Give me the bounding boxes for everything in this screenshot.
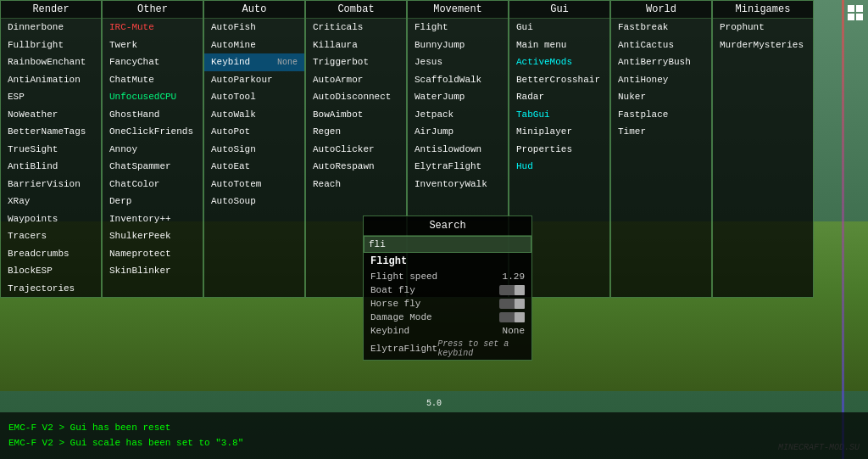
menu-item-jetpack[interactable]: Jetpack [408, 106, 508, 124]
menu-item-ghosthand[interactable]: GhostHand [103, 106, 203, 124]
setting-boat-fly-label: Boat fly [370, 285, 415, 295]
menu-item-noweather[interactable]: NoWeather [1, 106, 101, 124]
menu-item-radar[interactable]: Radar [509, 88, 609, 106]
menu-item-chatcolor[interactable]: ChatColor [103, 176, 203, 193]
menu-item-dinnerbone[interactable]: Dinnerbone [1, 19, 101, 36]
grid-icon[interactable] [847, 4, 864, 21]
menu-item-truesight[interactable]: TrueSight [1, 141, 101, 159]
setting-keybind-value: None [503, 326, 525, 336]
menu-column-minigames: MinigamesProphuntMurderMysteries [712, 0, 814, 298]
menu-item-prophunt[interactable]: Prophunt [713, 19, 813, 36]
setting-damage-mode-toggle[interactable] [499, 312, 525, 322]
menu-item-reach[interactable]: Reach [306, 176, 406, 193]
menu-item-hud[interactable]: Hud [509, 158, 609, 176]
menu-item-blockesp[interactable]: BlockESP [1, 262, 101, 280]
menu-item-properties[interactable]: Properties [509, 141, 609, 159]
setting-boat-fly-toggle[interactable] [499, 285, 525, 295]
menu-item-autoparkour[interactable]: AutoParkour [204, 71, 304, 89]
menu-item-barriervision[interactable]: BarrierVision [1, 176, 101, 193]
menu-item-tracers[interactable]: Tracers [1, 227, 101, 245]
menu-item-scaffoldwalk[interactable]: ScaffoldWalk [408, 71, 508, 89]
menu-item-autopot[interactable]: AutoPot [204, 123, 304, 141]
menu-item-fastbreak[interactable]: Fastbreak [611, 19, 711, 36]
setting-elytra-label: ElytraFlight [370, 344, 437, 354]
menu-item-waypoints[interactable]: Waypoints [1, 210, 101, 228]
setting-damage-mode: Damage Mode [364, 311, 531, 324]
menu-item-anticactus[interactable]: AntiCactus [611, 36, 711, 54]
menu-item-trajectories[interactable]: Trajectories [1, 280, 101, 298]
menu-item-inventorywalk[interactable]: InventoryWalk [408, 176, 508, 193]
menu-item-autotool[interactable]: AutoTool [204, 88, 304, 106]
menu-item-antianimation[interactable]: AntiAnimation [1, 71, 101, 89]
menu-item-waterjump[interactable]: WaterJump [408, 88, 508, 106]
menu-item-bowaimbot[interactable]: BowAimbot [306, 106, 406, 124]
menu-item-autodisconnect[interactable]: AutoDisconnect [306, 88, 406, 106]
menu-item-killaura[interactable]: Killaura [306, 36, 406, 54]
menu-column-world: WorldFastbreakAntiCactusAntiBerryBushAnt… [610, 0, 712, 298]
menu-item-activemods[interactable]: ActiveMods [509, 53, 609, 71]
menu-item-autoarmor[interactable]: AutoArmor [306, 71, 406, 89]
menu-item-esp[interactable]: ESP [1, 88, 101, 106]
menu-item-autoeat[interactable]: AutoEat [204, 158, 304, 176]
menu-item-annoy[interactable]: Annoy [103, 141, 203, 159]
menu-item-bunnyjump[interactable]: BunnyJump [408, 36, 508, 54]
menu-item-airjump[interactable]: AirJump [408, 123, 508, 141]
menu-item-murdermysteries[interactable]: MurderMysteries [713, 36, 813, 54]
menu-item-chatspammer[interactable]: ChatSpammer [103, 158, 203, 176]
menu-item-tabgui[interactable]: TabGui [509, 106, 609, 124]
menu-item-autosoup[interactable]: AutoSoup [204, 193, 304, 210]
menu-item-automine[interactable]: AutoMine [204, 36, 304, 54]
menu-item-bettercrosshair[interactable]: BetterCrosshair [509, 71, 609, 89]
menu-item-main-menu[interactable]: Main menu [509, 36, 609, 54]
menu-item-antiblind[interactable]: AntiBlind [1, 158, 101, 176]
menu-item-irc-mute[interactable]: IRC-Mute [103, 19, 203, 36]
menu-item-keybind[interactable]: KeybindNone [204, 53, 304, 71]
menu-item-autototem[interactable]: AutoTotem [204, 176, 304, 193]
menu-item-elytraflight[interactable]: ElytraFlight [408, 158, 508, 176]
setting-damage-mode-label: Damage Mode [370, 312, 432, 322]
menu-header-combat: Combat [306, 1, 406, 19]
menu-item-antislowdown[interactable]: Antislowdown [408, 141, 508, 159]
menu-header-other: Other [103, 1, 203, 19]
menu-header-minigames: Minigames [713, 1, 813, 19]
menu-item-rainbowenchant[interactable]: RainbowEnchant [1, 53, 101, 71]
menu-item-antihoney[interactable]: AntiHoney [611, 71, 711, 89]
menu-item-miniplayer[interactable]: Miniplayer [509, 123, 609, 141]
menu-item-autorespawn[interactable]: AutoRespawn [306, 158, 406, 176]
menu-item-fullbright[interactable]: Fullbright [1, 36, 101, 54]
console-line-1: EMC-F V2 > Gui has been reset [8, 421, 243, 436]
menu-item-triggerbot[interactable]: Triggerbot [306, 53, 406, 71]
setting-keybind: Keybind None [364, 324, 531, 338]
menu-item-autowalk[interactable]: AutoWalk [204, 106, 304, 124]
menu-item-derp[interactable]: Derp [103, 193, 203, 210]
menu-item-fastplace[interactable]: Fastplace [611, 106, 711, 124]
menu-item-autosign[interactable]: AutoSign [204, 141, 304, 159]
menu-item-unfocusedcpu[interactable]: UnfocusedCPU [103, 88, 203, 106]
menu-item-gui[interactable]: Gui [509, 19, 609, 36]
svg-rect-1 [856, 5, 863, 12]
menu-item-nuker[interactable]: Nuker [611, 88, 711, 106]
menu-item-nameprotect[interactable]: Nameprotect [103, 245, 203, 263]
menu-item-antiberrybush[interactable]: AntiBerryBush [611, 53, 711, 71]
menu-item-chatmute[interactable]: ChatMute [103, 71, 203, 89]
menu-item-timer[interactable]: Timer [611, 123, 711, 141]
setting-horse-fly-toggle[interactable] [499, 299, 525, 309]
setting-flight-speed-label: Flight speed [370, 271, 437, 282]
search-input[interactable] [364, 236, 531, 253]
menu-item-betternametags[interactable]: BetterNameTags [1, 123, 101, 141]
menu-item-shulkerpeek[interactable]: ShulkerPeek [103, 227, 203, 245]
menu-item-skinblinker[interactable]: SkinBlinker [103, 262, 203, 280]
menu-item-oneclickfriends[interactable]: OneClickFriends [103, 123, 203, 141]
menu-item-twerk[interactable]: Twerk [103, 36, 203, 54]
menu-item-breadcrumbs[interactable]: Breadcrumbs [1, 245, 101, 263]
menu-item-autofish[interactable]: AutoFish [204, 19, 304, 36]
menu-item-xray[interactable]: XRay [1, 193, 101, 210]
menu-item-fancychat[interactable]: FancyChat [103, 53, 203, 71]
menu-item-regen[interactable]: Regen [306, 123, 406, 141]
menu-item-jesus[interactable]: Jesus [408, 53, 508, 71]
menu-item-criticals[interactable]: Criticals [306, 19, 406, 36]
menu-header-movement: Movement [408, 1, 508, 19]
menu-item-flight[interactable]: Flight [408, 19, 508, 36]
menu-item-autoclicker[interactable]: AutoClicker [306, 141, 406, 159]
menu-item-inventory--[interactable]: Inventory++ [103, 210, 203, 228]
